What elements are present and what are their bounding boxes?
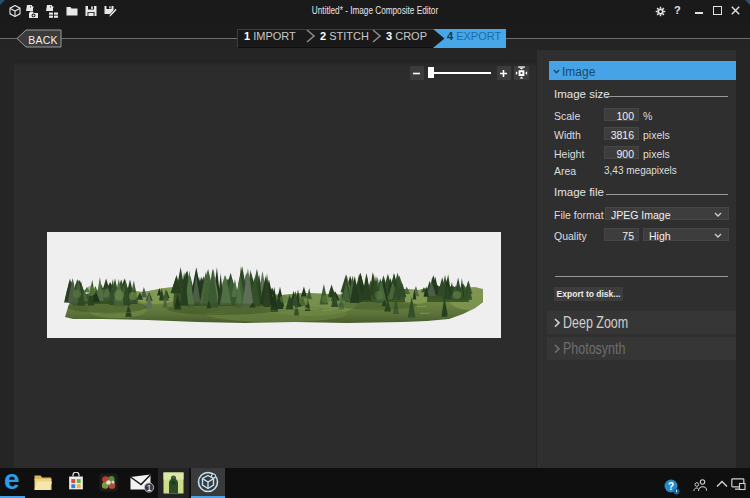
svg-text:?: ? (668, 481, 674, 492)
svg-text:1: 1 (147, 483, 152, 493)
